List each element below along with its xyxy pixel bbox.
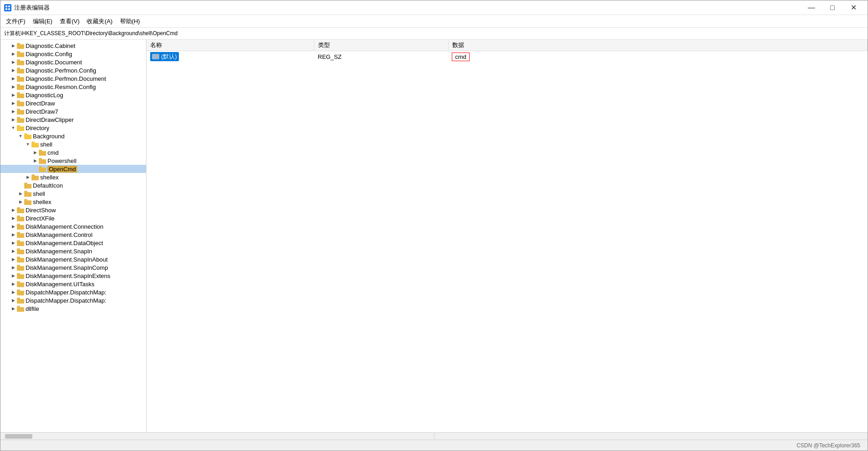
menu-file[interactable]: 文件(F) bbox=[2, 16, 29, 26]
tree-item[interactable]: ▶DirectShow bbox=[0, 206, 146, 214]
tree-item[interactable]: ▼shell bbox=[0, 140, 146, 148]
expand-icon[interactable]: ▶ bbox=[10, 264, 17, 271]
folder-icon bbox=[17, 273, 24, 279]
tree-item[interactable]: ▶Powershell bbox=[0, 157, 146, 165]
tree-item-label: DirectXFile bbox=[26, 215, 55, 222]
horizontal-scrollbar[interactable] bbox=[0, 433, 434, 440]
expand-icon[interactable]: ▶ bbox=[10, 50, 17, 58]
tree-item[interactable]: ▶DiskManagement.Connection bbox=[0, 222, 146, 231]
tree-item[interactable]: ▶Diagnostic.Config bbox=[0, 50, 146, 58]
expand-icon[interactable]: ▶ bbox=[17, 190, 24, 197]
expand-icon[interactable]: ▼ bbox=[10, 124, 17, 131]
tree-item[interactable]: ▶DiskManagement.Control bbox=[0, 231, 146, 239]
tree-item-label: DiskManagement.Control bbox=[26, 231, 93, 238]
expand-icon[interactable]: ▼ bbox=[17, 132, 24, 140]
expand-icon[interactable]: ▶ bbox=[10, 223, 17, 230]
tree-item-label: dllfile bbox=[26, 305, 39, 312]
expand-icon[interactable]: ▶ bbox=[10, 231, 17, 238]
tree-item[interactable]: ▶DiskManagement.DataObject bbox=[0, 239, 146, 247]
tree-item[interactable]: ▶DirectDrawClipper bbox=[0, 115, 146, 124]
folder-icon bbox=[17, 297, 24, 304]
tree-item[interactable]: ▶Diagnostic.Resmon.Config bbox=[0, 83, 146, 91]
expand-icon[interactable]: ▶ bbox=[31, 157, 39, 164]
folder-icon bbox=[17, 75, 24, 82]
status-text: CSDN @TechExplorer365 bbox=[796, 442, 860, 449]
expand-icon[interactable]: ▶ bbox=[10, 247, 17, 255]
tree-item-label: DiskManagement.SnapIn bbox=[26, 248, 92, 255]
expand-icon[interactable]: ▶ bbox=[10, 206, 17, 214]
tree-item[interactable]: ▶DiskManagement.SnapInComp bbox=[0, 263, 146, 272]
tree-item[interactable]: ▶cmd bbox=[0, 148, 146, 157]
expand-icon[interactable]: ▶ bbox=[10, 288, 17, 296]
tree-item[interactable]: ▶DirectXFile bbox=[0, 214, 146, 222]
expand-icon[interactable]: ▶ bbox=[10, 116, 17, 123]
menu-help[interactable]: 帮助(H) bbox=[116, 16, 144, 26]
tree-item-label: shellex bbox=[40, 174, 58, 181]
expand-icon[interactable]: ▶ bbox=[10, 91, 17, 99]
tree-item[interactable]: ▶Diagnostic.Perfmon.Document bbox=[0, 74, 146, 83]
horizontal-scrollbar-area[interactable] bbox=[0, 432, 868, 440]
tree-panel[interactable]: ▶Diagnostic.Cabinet▶Diagnostic.Config▶Di… bbox=[0, 40, 146, 432]
table-row[interactable]: (默认)REG_SZcmd bbox=[146, 51, 868, 63]
scrollbar-thumb[interactable] bbox=[5, 434, 32, 439]
tree-item[interactable]: ▶Diagnostic.Cabinet bbox=[0, 42, 146, 50]
tree-item[interactable]: ▶DispatchMapper.DispatchMap: bbox=[0, 288, 146, 296]
tree-item[interactable]: ▼Directory bbox=[0, 124, 146, 132]
tree-item-label: Diagnostic.Resmon.Config bbox=[26, 84, 96, 90]
expand-icon[interactable]: ▶ bbox=[10, 215, 17, 222]
tree-item[interactable]: ▶DiskManagement.SnapInExtens bbox=[0, 272, 146, 280]
tree-item[interactable]: ▶DiskManagement.UITasks bbox=[0, 280, 146, 288]
tree-item[interactable]: ▶DiskManagement.SnapIn bbox=[0, 247, 146, 255]
expand-icon[interactable]: ▶ bbox=[10, 67, 17, 74]
tree-item[interactable]: ▶dllfile bbox=[0, 304, 146, 313]
tree-item[interactable]: ▼Background bbox=[0, 132, 146, 140]
expand-icon[interactable]: ▶ bbox=[10, 108, 17, 115]
expand-icon[interactable]: ▶ bbox=[24, 173, 31, 181]
tree-item-label: DiskManagement.DataObject bbox=[26, 240, 103, 246]
folder-icon bbox=[17, 100, 24, 106]
expand-icon[interactable]: ▶ bbox=[10, 58, 17, 66]
minimize-button[interactable]: — bbox=[801, 0, 822, 15]
tree-item[interactable]: OpenCmd bbox=[0, 165, 146, 173]
tree-item[interactable]: ▶DiagnosticLog bbox=[0, 91, 146, 99]
data-panel[interactable]: 名称 类型 数据 (默认)REG_SZcmd bbox=[146, 40, 868, 432]
tree-item[interactable]: ▶shellex bbox=[0, 198, 146, 206]
title-bar: 注册表编辑器 — □ ✕ bbox=[0, 0, 868, 15]
tree-item[interactable]: ▶shellex bbox=[0, 173, 146, 181]
expand-icon[interactable]: ▶ bbox=[10, 42, 17, 49]
expand-icon[interactable]: ▶ bbox=[10, 83, 17, 90]
expand-icon[interactable]: ▶ bbox=[10, 256, 17, 263]
default-icon bbox=[152, 54, 159, 59]
registry-editor-window: 注册表编辑器 — □ ✕ 文件(F) 编辑(E) 查看(V) 收藏夹(A) 帮助… bbox=[0, 0, 868, 451]
tree-item[interactable]: ▶DiskManagement.SnapInAbout bbox=[0, 255, 146, 263]
folder-icon bbox=[17, 125, 24, 131]
menu-view[interactable]: 查看(V) bbox=[56, 16, 83, 26]
tree-item[interactable]: ▶Diagnostic.Document bbox=[0, 58, 146, 66]
expand-icon[interactable]: ▶ bbox=[10, 305, 17, 312]
expand-icon[interactable]: ▼ bbox=[24, 141, 31, 148]
expand-icon[interactable]: ▶ bbox=[10, 239, 17, 246]
expand-icon[interactable]: ▶ bbox=[31, 149, 39, 156]
tree-item[interactable]: DefaultIcon bbox=[0, 181, 146, 189]
expand-icon[interactable]: ▶ bbox=[10, 272, 17, 279]
registry-data-cell: cmd bbox=[448, 51, 867, 63]
tree-item[interactable]: ▶Diagnostic.Perfmon.Config bbox=[0, 66, 146, 74]
tree-item-label: shell bbox=[40, 141, 52, 148]
tree-item[interactable]: ▶DirectDraw7 bbox=[0, 107, 146, 115]
tree-item[interactable]: ▶shell bbox=[0, 189, 146, 198]
menu-edit[interactable]: 编辑(E) bbox=[29, 16, 56, 26]
expand-icon[interactable]: ▶ bbox=[10, 280, 17, 288]
folder-icon bbox=[24, 199, 31, 205]
folder-icon bbox=[31, 174, 39, 180]
close-button[interactable]: ✕ bbox=[843, 0, 864, 15]
menu-favorites[interactable]: 收藏夹(A) bbox=[83, 16, 116, 26]
status-bar: CSDN @TechExplorer365 bbox=[0, 440, 868, 451]
tree-item-label: DiskManagement.SnapInAbout bbox=[26, 256, 108, 263]
expand-icon[interactable]: ▶ bbox=[10, 100, 17, 107]
tree-item[interactable]: ▶DirectDraw bbox=[0, 99, 146, 107]
maximize-button[interactable]: □ bbox=[822, 0, 843, 15]
expand-icon[interactable]: ▶ bbox=[10, 297, 17, 304]
expand-icon[interactable]: ▶ bbox=[10, 75, 17, 82]
tree-item[interactable]: ▶DispatchMapper.DispatchMap: bbox=[0, 296, 146, 304]
expand-icon[interactable]: ▶ bbox=[17, 198, 24, 205]
